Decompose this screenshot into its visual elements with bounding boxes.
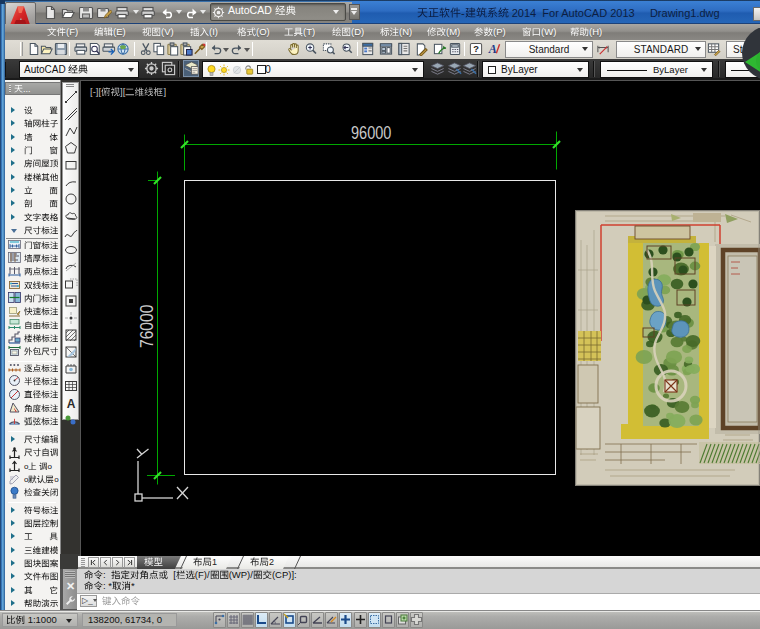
svg-text:A: A [67,397,76,410]
svg-text:?: ? [473,44,479,54]
svg-text:A: A [488,42,497,56]
